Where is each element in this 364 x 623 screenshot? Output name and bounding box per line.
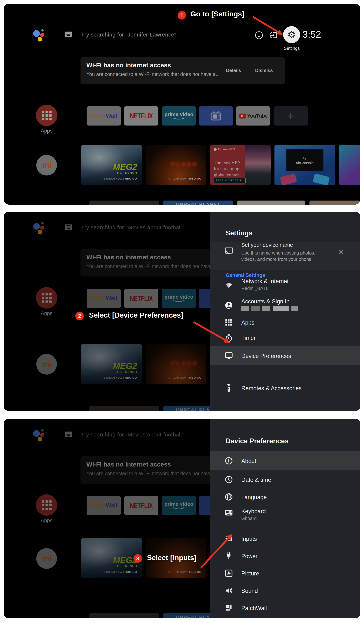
wifi-title: Wi-Fi has no internet access [86,62,171,69]
youtube-play-icon [239,113,246,118]
sidebar-item-apps[interactable]: Apps [241,319,254,326]
step-3-badge: 3 [133,554,142,563]
remote-icon [225,383,233,392]
account-icon [225,301,233,309]
step-1-badge: 1 [178,11,186,20]
expressvpn-brand: ExpressVPN [218,148,235,151]
vpn-ad-text: The best VPN for streaming global conten… [214,159,241,178]
device-preferences-sidebar: Device Preferences About Date & time Lan… [210,419,360,618]
meg2-subtitle: THE TRENCH [115,171,137,175]
poster-meg2[interactable]: MEG2 THE TRENCH STREAM NOW | HBO GO [81,145,142,185]
mi-logo: mi [42,160,51,170]
gear-icon: ⚙ [287,30,296,40]
screenshot-device-preferences: Try searching for "Movies about football… [4,419,360,618]
section-general-settings: General Settings [226,272,265,278]
thumb-partial-4[interactable] [309,200,360,205]
prime-smile-icon [172,117,185,120]
clock-icon [225,476,233,484]
tile-prime-video[interactable]: prime video [162,106,196,126]
poster-expressvpn-ad[interactable]: ExpressVPN The best VPN for streaming gl… [210,145,271,185]
flash-title: FLASH [171,161,198,167]
tile-netflix[interactable]: NETFLIX [124,106,158,126]
apps-caption: Apps [36,128,57,134]
blue-controller-artwork [313,174,330,185]
settings-sidebar: Settings Set your device name Use this n… [210,212,360,411]
sidebar-item-patchwall[interactable]: PatchWall [241,605,267,612]
wifi-icon [225,281,233,289]
step-3-callout: Select [Inputs] [147,554,196,562]
sidebar-item-about[interactable]: About [241,458,256,465]
tv-screen-artwork: ⤷ AirConsole [286,149,323,171]
sidebar-title: Settings [226,229,253,237]
next-row-preview: UNREAL PLANET [4,200,360,205]
sidebar-item-inputs[interactable]: Inputs [241,536,257,542]
device-name-card[interactable]: Set your device name Use this name when … [210,242,360,270]
mi-launcher-button[interactable]: mi [36,155,57,176]
sidebar-item-accounts[interactable]: Accounts & Sign In [241,298,290,305]
thumb-partial-unreal[interactable]: UNREAL PLANET [163,200,233,205]
wifi-notification-card[interactable]: Wi-Fi has no internet access You are con… [81,57,285,84]
expressvpn-icon [214,148,217,151]
details-button[interactable]: Details [226,68,241,73]
keyboard-sub: Gboard [241,516,257,521]
notification-count-icon[interactable]: 1 [255,31,263,39]
tv-icon [210,111,222,121]
tile-mi-tv[interactable] [199,106,233,126]
thumb-partial-3[interactable] [237,200,305,205]
picture-icon [225,569,233,577]
wifi-subtitle: You are connected to a Wi-Fi network tha… [86,71,218,77]
thumb-partial-1[interactable] [89,200,159,205]
apps-grid-icon [42,111,52,120]
poster-partial[interactable] [339,145,360,185]
sidebar-item-timer[interactable]: Timer [241,335,256,341]
network-ssid: Redmi_BA16 [241,286,268,291]
tile-youtube[interactable]: YouTube [236,106,270,126]
power-plug-icon [225,552,233,560]
sidebar-item-device-preferences[interactable]: Device Preferences [241,353,291,359]
card-title: Set your device name [241,242,293,248]
poster-airconsole[interactable]: ⤷ AirConsole [275,145,335,185]
tile-patchwall[interactable]: PatchWall [86,106,121,126]
poster-flash[interactable]: FLASH STREAM NOW | HBO GO [146,145,206,185]
globe-icon [225,493,233,501]
sidebar-item-remotes[interactable]: Remotes & Accessories [241,385,301,392]
dismiss-button[interactable]: Dismiss [255,68,273,73]
screenshot-settings: Try searching for "Movies about football… [4,212,360,411]
keyboard-icon [225,510,233,516]
sidebar-item-sound[interactable]: Sound [241,588,258,594]
cast-icon [225,247,233,255]
prime-video-logo: prime video [164,111,193,117]
patchwall-logo: Patch [90,113,106,119]
netflix-logo: NETFLIX [130,112,153,120]
sound-icon [225,586,233,595]
monitor-icon [225,352,233,359]
patchwall-icon [225,604,233,612]
screenshot-home: Try searching for "Jennifer Lawrence" 1 … [4,4,360,205]
settings-gear-button[interactable]: ⚙ [283,26,300,43]
sidebar-title: Device Preferences [226,437,288,445]
apps-grid-icon [225,318,233,326]
meg2-title: MEG2 [113,162,137,172]
step-1-callout: Go to [Settings] [191,10,244,18]
censored-account-name [241,306,298,311]
sidebar-item-picture[interactable]: Picture [241,570,259,577]
plus-icon: + [287,110,294,122]
sidebar-item-language[interactable]: Language [241,494,267,501]
apps-button[interactable] [36,105,57,126]
info-icon [225,457,233,465]
sidebar-item-network[interactable]: Network & Internet [241,278,289,285]
vpn-trial-button[interactable]: FREE 30-DAY TRIAL [214,178,246,183]
tile-add-app[interactable]: + [274,106,308,126]
youtube-logo: YouTube [247,113,268,119]
settings-caption: Settings [283,46,301,51]
step-2-callout: Select [Device Preferences] [89,311,183,319]
close-icon[interactable]: ✕ [338,249,344,256]
card-body: Use this name when casting photos, video… [241,250,328,262]
sunset-artwork [245,145,271,185]
pink-controller-artwork [280,174,297,185]
sidebar-item-date-time[interactable]: Date & time [241,477,271,483]
clock: 3:52 [302,29,321,40]
step-2-badge: 2 [75,312,84,320]
sidebar-item-keyboard[interactable]: Keyboard [241,508,266,515]
sidebar-item-power[interactable]: Power [241,553,257,560]
